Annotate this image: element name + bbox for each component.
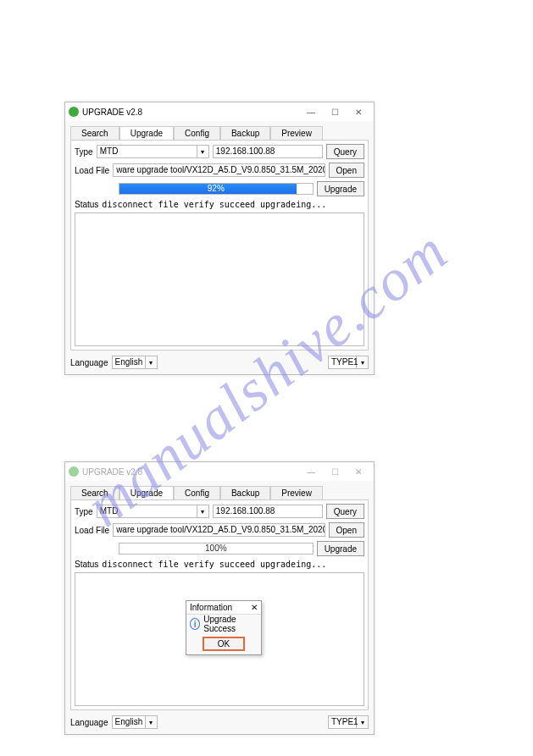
status-label: Status [75, 560, 98, 569]
status-label: Status [75, 200, 98, 209]
chevron-down-icon[interactable]: ▾ [146, 356, 158, 369]
info-dialog: Information ✕ i Upgrade Success OK [186, 600, 262, 655]
maximize-button[interactable]: ☐ [323, 108, 347, 117]
titlebar: UPGRADE v2.8 — ☐ ✕ [65, 102, 374, 121]
tab-preview[interactable]: Preview [270, 126, 323, 140]
tabs: Search Upgrade Config Backup Preview [70, 486, 369, 499]
upgrade-button[interactable]: Upgrade [317, 541, 364, 556]
log-area[interactable]: Information ✕ i Upgrade Success OK [75, 572, 364, 706]
query-button[interactable]: Query [326, 504, 364, 519]
progress-pct: 92% [208, 184, 225, 193]
mode-select[interactable]: TYPE1 [328, 715, 357, 729]
tab-search[interactable]: Search [70, 126, 119, 140]
progress-pct: 100% [205, 544, 227, 553]
type-select[interactable]: MTD [97, 145, 197, 158]
chevron-down-icon[interactable]: ▾ [197, 505, 209, 518]
upgrade-window-1: UPGRADE v2.8 — ☐ ✕ Search Upgrade Config… [64, 102, 375, 375]
type-label: Type [75, 147, 93, 157]
tab-upgrade[interactable]: Upgrade [119, 126, 174, 140]
status-text: disconnect file verify succeed upgradein… [102, 560, 326, 569]
language-select[interactable]: English [112, 356, 146, 369]
tab-search[interactable]: Search [70, 486, 119, 499]
window-body: Type MTD ▾ 192.168.100.88 Query Load Fil… [70, 140, 369, 350]
close-icon[interactable]: ✕ [251, 603, 258, 612]
mode-select[interactable]: TYPE1 [328, 356, 357, 369]
loadfile-label: Load File [75, 526, 109, 535]
tab-upgrade[interactable]: Upgrade [119, 486, 174, 499]
ip-input[interactable]: 192.168.100.88 [213, 505, 323, 518]
titlebar: UPGRADE v2.8 — ☐ ✕ [65, 462, 374, 481]
upgrade-window-2: UPGRADE v2.8 — ☐ ✕ Search Upgrade Config… [64, 461, 375, 735]
chevron-down-icon[interactable]: ▾ [357, 356, 369, 369]
tab-config[interactable]: Config [174, 486, 220, 499]
chevron-down-icon[interactable]: ▾ [357, 715, 369, 729]
window-title: UPGRADE v2.8 [82, 467, 299, 477]
open-button[interactable]: Open [329, 522, 364, 538]
ok-button[interactable]: OK [203, 637, 245, 651]
progress-bar: 100% [119, 543, 314, 555]
maximize-button[interactable]: ☐ [323, 467, 347, 477]
info-icon: i [190, 618, 200, 630]
minimize-button[interactable]: — [299, 467, 323, 477]
language-label: Language [70, 718, 108, 727]
ip-input[interactable]: 192.168.100.88 [213, 145, 323, 158]
close-button[interactable]: ✕ [347, 108, 370, 117]
upgrade-button[interactable]: Upgrade [317, 181, 364, 196]
window-body: Type MTD ▾ 192.168.100.88 Query Load Fil… [70, 499, 369, 710]
chevron-down-icon[interactable]: ▾ [197, 145, 209, 158]
minimize-button[interactable]: — [299, 108, 323, 117]
tab-backup[interactable]: Backup [220, 126, 270, 140]
language-label: Language [70, 358, 108, 367]
app-icon [69, 466, 79, 477]
language-select[interactable]: English [112, 715, 146, 729]
loadfile-input[interactable]: ware upgrade tool/VX12D_A5.D_V9.0.850_31… [113, 163, 325, 177]
log-area[interactable] [75, 212, 364, 346]
close-button[interactable]: ✕ [347, 467, 370, 477]
tabs: Search Upgrade Config Backup Preview [70, 126, 369, 140]
loadfile-label: Load File [75, 166, 109, 175]
status-text: disconnect file verify succeed upgradein… [102, 200, 326, 209]
app-icon [69, 107, 79, 117]
query-button[interactable]: Query [326, 144, 364, 159]
type-select[interactable]: MTD [97, 505, 197, 518]
progress-bar: 92% [119, 183, 314, 195]
dialog-title: Information [190, 603, 251, 612]
chevron-down-icon[interactable]: ▾ [146, 715, 158, 729]
tab-preview[interactable]: Preview [270, 486, 323, 499]
window-title: UPGRADE v2.8 [82, 108, 299, 117]
open-button[interactable]: Open [329, 163, 364, 178]
tab-backup[interactable]: Backup [220, 486, 270, 499]
tab-config[interactable]: Config [174, 126, 220, 140]
type-label: Type [75, 507, 93, 516]
dialog-message: Upgrade Success [203, 615, 261, 633]
loadfile-input[interactable]: ware upgrade tool/VX12D_A5.D_V9.0.850_31… [113, 523, 325, 537]
